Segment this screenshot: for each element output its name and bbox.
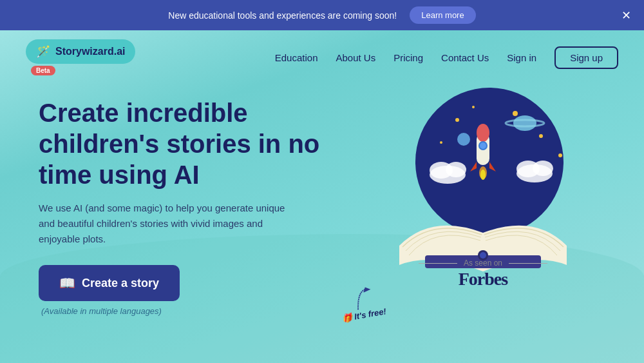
logo[interactable]: 🪄 Storywizard.ai	[26, 39, 135, 64]
svg-point-7	[558, 153, 562, 157]
nav-link-pricing[interactable]: Pricing	[393, 52, 423, 63]
navbar: 🪄 Storywizard.ai Beta Education About Us…	[0, 30, 644, 84]
svg-point-5	[440, 141, 442, 144]
divider-right	[509, 263, 547, 264]
learn-more-button[interactable]: Learn more	[410, 6, 475, 24]
svg-point-9	[513, 115, 536, 131]
nav-link-signin[interactable]: Sign in	[507, 52, 536, 63]
as-seen-dividers: As seen on	[419, 259, 547, 268]
hero-text: Create incredible children's stories in …	[39, 91, 348, 316]
nav-link-about[interactable]: About Us	[336, 52, 375, 63]
nav-link-education[interactable]: Education	[275, 52, 318, 63]
nav-links: Education About Us Pricing Contact Us Si…	[275, 46, 618, 69]
available-text: (Available in multiple languages)	[41, 306, 162, 316]
cta-area: 📖 Create a story (Available in multiple …	[39, 265, 348, 316]
announcement-close-button[interactable]: ✕	[621, 10, 631, 21]
svg-point-6	[472, 106, 475, 108]
book-icon: 📖	[59, 275, 75, 291]
logo-text: Storywizard.ai	[55, 46, 125, 57]
as-seen-on: As seen on Forbes	[419, 259, 547, 289]
book-illustration	[374, 84, 592, 271]
beta-badge: Beta	[31, 66, 55, 75]
divider-left	[419, 263, 457, 264]
hero-illustration: As seen on Forbes	[361, 84, 605, 289]
svg-point-19	[477, 124, 489, 142]
create-story-button[interactable]: 📖 Create a story	[39, 265, 180, 301]
announcement-bar: New educational tools and experiences ar…	[0, 0, 644, 30]
svg-point-17	[533, 161, 553, 176]
svg-point-11	[457, 133, 470, 146]
signup-button[interactable]: Sign up	[554, 46, 618, 69]
svg-point-4	[539, 134, 543, 138]
annotation: 🎁 It's free!	[342, 284, 386, 320]
svg-point-3	[513, 111, 518, 116]
svg-point-14	[446, 162, 466, 177]
hero-section: Create incredible children's stories in …	[0, 84, 644, 316]
announcement-text: New educational tools and experiences ar…	[168, 10, 397, 21]
nav-link-contact[interactable]: Contact Us	[441, 52, 489, 63]
logo-area: 🪄 Storywizard.ai Beta	[26, 39, 135, 75]
logo-icon: 🪄	[36, 44, 50, 59]
svg-point-25	[480, 170, 486, 180]
svg-point-28	[480, 252, 486, 259]
create-story-label: Create a story	[82, 277, 159, 290]
hero-title: Create incredible children's stories in …	[39, 97, 348, 190]
hero-subtitle: We use AI (and some magic) to help you g…	[39, 201, 296, 247]
as-seen-label: As seen on	[464, 259, 502, 268]
svg-point-2	[455, 118, 459, 122]
forbes-label: Forbes	[459, 269, 507, 289]
svg-point-21	[480, 142, 486, 149]
